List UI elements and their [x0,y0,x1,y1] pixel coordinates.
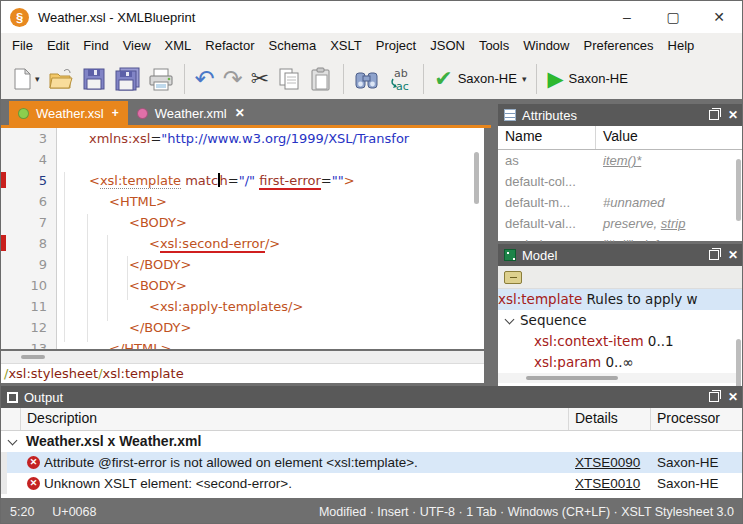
code-line[interactable]: <xsl:apply-templates/> [57,296,484,317]
find-button[interactable] [350,62,383,96]
error-details-link[interactable]: XTSE0010 [569,473,651,494]
line-number: 13 [1,338,56,349]
menu-item-project[interactable]: Project [369,35,423,56]
editor-horizontal-scrollbar[interactable] [1,351,484,363]
copy-button[interactable] [273,62,305,96]
model-element-name: xsl:param [534,354,601,370]
menu-item-refactor[interactable]: Refactor [198,35,261,56]
validate-dropdown-icon[interactable]: ▾ [522,74,527,84]
menu-item-schema[interactable]: Schema [261,35,323,56]
code-editor[interactable]: 345678910111213 xmlns:xsl="http://www.w3… [1,128,484,349]
redo-button[interactable]: ↷ [219,62,247,96]
close-button[interactable]: ✕ [696,1,742,33]
replace-button[interactable]: abac [383,62,417,96]
attribute-name: exclude-re... [498,234,596,242]
column-header-name[interactable]: Name [498,126,596,149]
menu-item-window[interactable]: Window [516,35,576,56]
attribute-row[interactable]: default-m...#unnamed [498,192,743,213]
value-part: preserve, [603,216,661,231]
xpath-segment[interactable]: xsl:template [103,366,184,381]
output-error-row[interactable]: ✕Attribute @first-error is not allowed o… [1,452,743,473]
column-header-processor[interactable]: Processor [651,408,743,430]
error-description: Unknown XSLT element: <second-error>. [44,473,569,494]
attribute-row[interactable]: default-col... [498,171,743,192]
minimize-button[interactable]: – [604,1,650,33]
output-group-row[interactable]: Weather.xsl x Weather.xml [1,431,743,452]
attribute-row[interactable]: exclude-re..."#all", defa [498,234,743,242]
error-code[interactable]: XTSE0010 [575,476,640,491]
collapse-chevron-icon[interactable] [505,315,515,325]
tab-close-icon[interactable]: ✕ [235,106,245,120]
column-header-value[interactable]: Value [596,126,638,149]
code-line[interactable]: <HTML> [57,191,484,212]
output-error-row[interactable]: ✕Unknown XSLT element: <second-error>.XT… [1,473,743,494]
code-line[interactable]: </BODY> [57,317,484,338]
paste-button[interactable] [305,62,337,96]
column-header-details[interactable]: Details [569,408,651,430]
line-number: 6 [1,191,56,212]
menu-item-preferences[interactable]: Preferences [577,35,661,56]
code-line[interactable] [57,149,484,170]
tab-weather.xml[interactable]: Weather.xml✕ [128,101,254,125]
editor-vertical-scrollbar[interactable] [474,152,479,204]
new-file-dropdown-icon[interactable]: ▾ [35,74,40,84]
column-header-description[interactable]: Description [21,408,569,430]
attributes-vertical-scrollbar[interactable] [736,159,741,221]
menu-item-edit[interactable]: Edit [40,35,76,56]
menu-item-json[interactable]: JSON [423,35,472,56]
menu-item-xslt[interactable]: XSLT [323,35,369,56]
menu-item-xml[interactable]: XML [158,35,199,56]
tab-weather.xsl[interactable]: Weather.xsl+ [9,101,128,125]
new-file-button[interactable]: ▾ [7,62,44,96]
run-transform-button[interactable]: ▶ Saxon-HE [543,62,634,96]
error-code[interactable]: XTSE0090 [575,455,640,470]
xpath-breadcrumb[interactable]: /xsl:stylesheet/xsl:template [1,363,484,383]
code-line[interactable]: </BODY> [57,254,484,275]
save-all-button[interactable] [110,62,144,96]
attribute-row[interactable]: asitem()* [498,150,743,171]
open-file-button[interactable] [44,62,78,96]
undo-button[interactable]: ↶ [191,62,219,96]
xpath-segment[interactable]: xsl:stylesheet [8,366,98,381]
error-marker [1,235,6,251]
cut-button[interactable]: ✂ [247,62,273,96]
menu-item-file[interactable]: File [5,35,40,56]
menu-item-tools[interactable]: Tools [472,35,516,56]
code-line[interactable]: <xsl:template match="/" first-error=""> [57,170,484,191]
code-token: xmlns:xsl [89,131,150,146]
menu-item-help[interactable]: Help [661,35,702,56]
maximize-button[interactable]: ▢ [650,1,696,33]
model-tree-row[interactable]: Sequence [498,310,743,331]
scrollbar-thumb[interactable] [526,376,618,380]
model-annotation-button[interactable] [504,271,522,284]
menu-item-find[interactable]: Find [76,35,115,56]
file-type-dot-icon [18,108,29,119]
menu-item-view[interactable]: View [116,35,158,56]
print-icon [148,67,174,91]
float-panel-icon[interactable] [709,392,719,402]
float-panel-icon[interactable] [709,250,719,260]
error-details-link[interactable]: XTSE0090 [569,452,651,473]
code-line[interactable]: </HTML> [57,338,484,349]
model-heading-row[interactable]: xsl:template Rules to apply w [498,289,743,310]
float-panel-icon[interactable] [709,110,719,120]
save-button[interactable] [78,62,110,96]
model-horizontal-scrollbar[interactable] [498,373,736,383]
value-part: #unnamed [603,195,664,210]
code-line[interactable]: xmlns:xsl="http://www.w3.org/1999/XSL/Tr… [57,128,484,149]
attribute-row[interactable]: default-val...preserve, strip [498,213,743,234]
model-tree-row[interactable]: xsl:context-item 0..1 [498,331,743,352]
code-area[interactable]: xmlns:xsl="http://www.w3.org/1999/XSL/Tr… [57,128,484,349]
close-panel-icon[interactable]: ✕ [728,391,738,403]
attribute-name: default-val... [498,213,596,234]
code-line[interactable]: <BODY> [57,275,484,296]
model-tree-row[interactable]: xsl:param 0..∞ [498,352,743,373]
print-button[interactable] [144,62,178,96]
validate-button[interactable]: ✔ Saxon-HE ▾ [430,62,530,96]
code-line[interactable]: <BODY> [57,212,484,233]
scrollbar-thumb[interactable] [21,355,45,359]
code-line[interactable]: <xsl:second-error/> [57,233,484,254]
close-panel-icon[interactable]: ✕ [728,109,738,121]
collapse-chevron-icon[interactable] [8,436,18,446]
close-panel-icon[interactable]: ✕ [728,249,738,261]
